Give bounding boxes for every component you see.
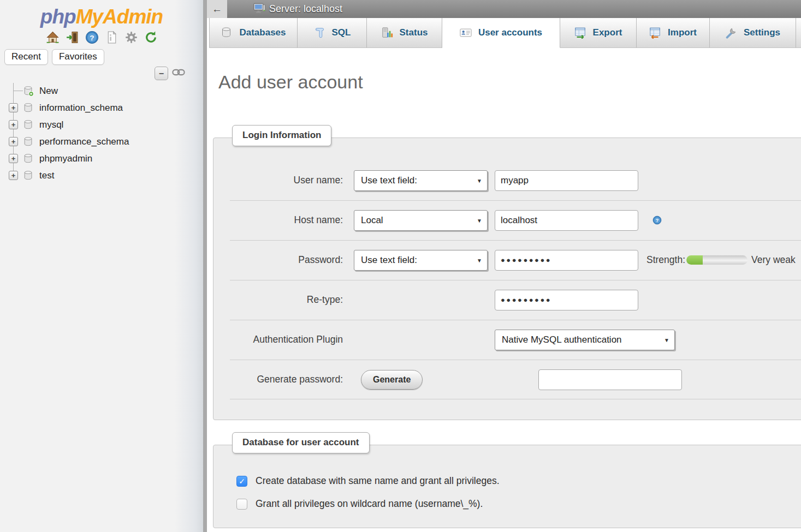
tab-import[interactable]: Import — [637, 18, 710, 48]
documentation-icon[interactable] — [105, 31, 118, 44]
username-input[interactable] — [495, 170, 638, 191]
tree-item-label: performance_schema — [39, 136, 129, 147]
create-database-checkbox[interactable]: ✓ — [236, 476, 247, 487]
recent-button[interactable]: Recent — [4, 49, 48, 65]
database-icon — [23, 153, 34, 164]
create-database-option: ✓ Create database with same name and gra… — [236, 475, 500, 487]
chevron-down-icon: ▼ — [477, 257, 482, 263]
expand-icon[interactable]: + — [9, 120, 18, 129]
tab-label: Import — [668, 27, 697, 38]
password-label: Password: — [213, 254, 343, 266]
tab-sql[interactable]: SQL — [298, 18, 367, 48]
password-type-select[interactable]: Use text field:▼ — [354, 250, 488, 271]
tab-status[interactable]: Status — [367, 18, 442, 48]
home-icon[interactable] — [46, 31, 60, 44]
tree-item-label: information_schema — [39, 103, 123, 113]
hostname-row: Host name: Local▼ ? — [213, 200, 801, 240]
tree-item-mysql[interactable]: + mysql — [0, 116, 203, 133]
generated-password-input[interactable] — [538, 369, 682, 390]
generate-password-label: Generate password: — [213, 374, 343, 385]
expand-icon[interactable]: + — [9, 103, 18, 112]
username-type-select[interactable]: Use text field:▼ — [354, 170, 488, 191]
phpmyadmin-screen: phpMyAdmin ? Recent Favorites — [0, 0, 801, 532]
generate-password-row: Generate password: Generate — [213, 360, 801, 399]
login-form: User name: Use text field:▼ Host name: L… — [213, 160, 801, 399]
sidebar-filters: Recent Favorites — [4, 49, 104, 65]
chevron-down-icon: ▼ — [477, 177, 482, 183]
auth-plugin-select[interactable]: Native MySQL authentication▼ — [495, 330, 675, 350]
retype-row: Re-type: — [213, 280, 801, 320]
link-with-main-icon[interactable] — [172, 68, 185, 79]
tree-item-new-database[interactable]: New — [0, 82, 203, 99]
database-icon — [23, 170, 34, 181]
logout-icon[interactable] — [66, 31, 79, 44]
svg-text:?: ? — [90, 34, 94, 42]
favorites-button[interactable]: Favorites — [52, 49, 104, 65]
database-icon — [23, 103, 34, 113]
generate-button[interactable]: Generate — [361, 370, 423, 390]
expand-icon[interactable]: + — [9, 171, 18, 180]
grant-wildcard-checkbox[interactable]: ✓ — [236, 499, 247, 510]
tab-user-accounts[interactable]: User accounts — [442, 18, 560, 48]
hostname-type-value: Local — [361, 215, 383, 226]
database-icon — [23, 119, 34, 130]
login-information-fieldset: Login Information User name: Use text fi… — [213, 138, 801, 420]
collapse-all-icon[interactable]: − — [155, 67, 168, 80]
tab-overflow-partial — [796, 18, 801, 48]
tree-item-phpmyadmin[interactable]: + phpmyadmin — [0, 150, 203, 167]
hostname-input[interactable] — [495, 210, 638, 231]
reload-navigation-icon[interactable] — [144, 31, 158, 44]
retype-password-input[interactable] — [495, 290, 638, 310]
strength-text: Very weak — [751, 254, 796, 266]
tab-databases[interactable]: Databases — [209, 18, 298, 48]
sql-icon — [313, 27, 325, 39]
back-arrow-button[interactable]: ← — [207, 0, 227, 18]
page-title: Add user account — [218, 71, 363, 93]
export-icon — [574, 27, 586, 39]
username-type-value: Use text field: — [361, 175, 417, 186]
password-input[interactable] — [495, 250, 638, 271]
tree-item-performance-schema[interactable]: + performance_schema — [0, 133, 203, 150]
sidebar-toolbar: ? — [0, 31, 203, 44]
tab-label: Databases — [239, 27, 286, 38]
server-bar: ← Server: localhost — [207, 0, 801, 18]
password-strength: Strength: Very weak — [646, 254, 796, 266]
databases-icon — [221, 27, 233, 39]
user-accounts-icon — [460, 27, 472, 39]
chevron-down-icon: ▼ — [477, 217, 482, 223]
settings-wrench-icon — [725, 27, 737, 39]
tree-item-test[interactable]: + test — [0, 167, 203, 184]
import-icon — [649, 27, 661, 39]
help-icon[interactable]: ? — [85, 31, 99, 44]
database-icon — [23, 136, 34, 147]
hostname-type-select[interactable]: Local▼ — [354, 210, 488, 231]
password-row: Password: Use text field:▼ Strength: Ver… — [213, 240, 801, 280]
expand-icon[interactable]: + — [9, 154, 18, 163]
auth-plugin-value: Native MySQL authentication — [502, 334, 622, 345]
grant-wildcard-label: Grant all privileges on wildcard name (u… — [256, 498, 483, 510]
hostname-label: Host name: — [213, 214, 343, 226]
main-tab-bar: Databases SQL Status User accounts Expor… — [207, 18, 801, 48]
expand-icon[interactable]: + — [9, 137, 18, 146]
password-strength-meter — [686, 255, 747, 265]
tree-item-label: test — [39, 170, 54, 181]
tree-item-information-schema[interactable]: + information_schema — [0, 99, 203, 116]
tab-export[interactable]: Export — [560, 18, 637, 48]
logo-myadmin: MyAdmin — [76, 5, 163, 28]
sidebar-resize-strip[interactable] — [203, 0, 207, 532]
tree-item-label: New — [39, 86, 58, 97]
tab-settings[interactable]: Settings — [710, 18, 796, 48]
logo-php: php — [40, 5, 76, 28]
chevron-down-icon: ▼ — [664, 337, 669, 343]
tree-item-label: phpmyadmin — [39, 153, 92, 164]
auth-plugin-label: Authentication Plugin — [213, 334, 343, 345]
strength-label: Strength: — [646, 254, 685, 266]
retype-label: Re-type: — [213, 294, 343, 306]
hostname-help-icon[interactable]: ? — [652, 216, 662, 225]
settings-gear-icon[interactable] — [124, 31, 138, 44]
server-breadcrumb[interactable]: Server: localhost — [269, 3, 342, 15]
tree-item-label: mysql — [39, 119, 63, 130]
password-strength-fill — [686, 255, 703, 265]
phpmyadmin-logo[interactable]: phpMyAdmin — [0, 5, 203, 28]
tree-controls: − — [155, 67, 185, 80]
